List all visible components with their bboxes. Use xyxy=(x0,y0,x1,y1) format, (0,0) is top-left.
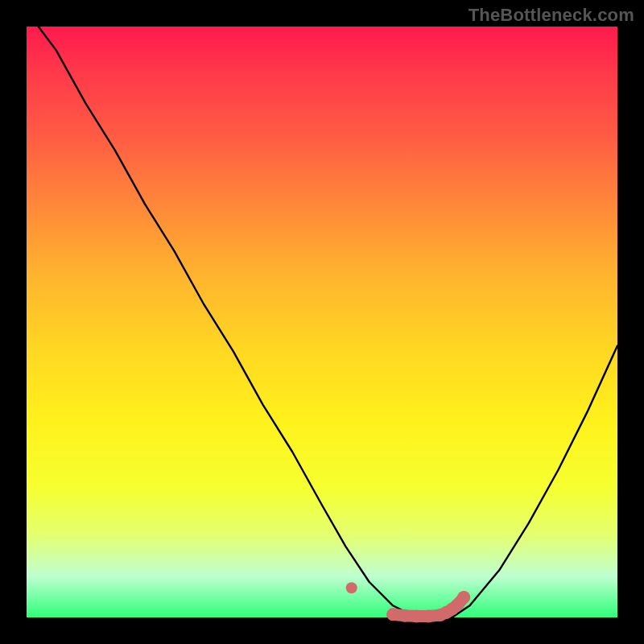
highlight-dot xyxy=(386,608,399,621)
chart-frame: TheBottleneck.com xyxy=(0,0,644,644)
highlight-dot xyxy=(457,591,470,604)
highlight-dot xyxy=(410,610,423,623)
curve-layer xyxy=(27,27,617,617)
highlight-dot xyxy=(422,610,435,623)
highlight-dot xyxy=(346,582,357,593)
highlight-dot xyxy=(398,609,411,622)
bottleneck-curve xyxy=(39,27,617,617)
watermark-text: TheBottleneck.com xyxy=(469,5,634,26)
plot-area xyxy=(27,27,617,617)
